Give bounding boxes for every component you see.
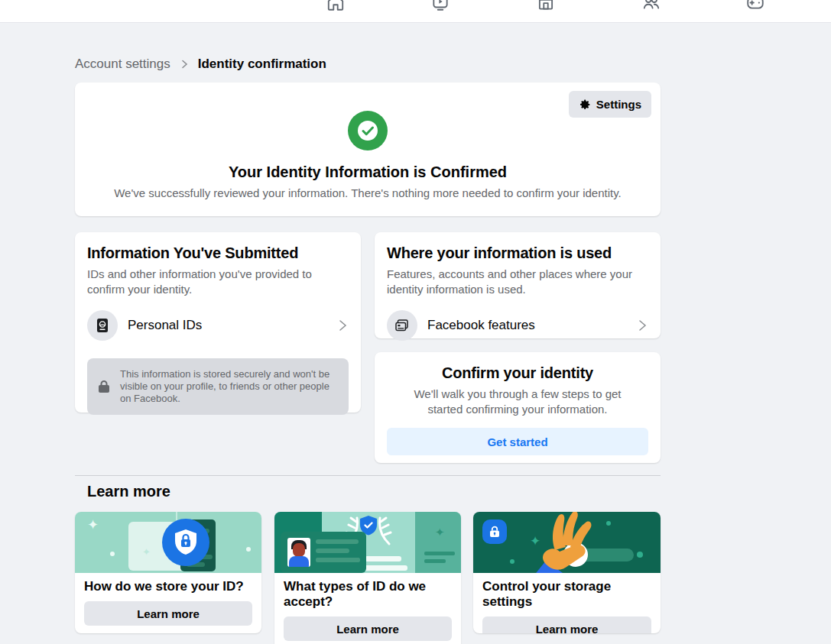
confirm-card-description: We'll walk you through a few steps to ge… — [403, 387, 632, 417]
hand-graphic — [515, 512, 607, 573]
breadcrumb-chevron-icon — [180, 60, 189, 69]
chevron-right-icon — [336, 319, 349, 332]
identity-confirmation-page: Account settings Identity confirmation S… — [0, 0, 831, 644]
confirmation-card: Settings Your Identity Information is Co… — [75, 83, 661, 216]
breadcrumb-account-settings[interactable]: Account settings — [75, 57, 170, 72]
home-icon[interactable] — [326, 0, 346, 12]
facebook-features-label: Facebook features — [427, 318, 636, 333]
privacy-note-box: This information is stored securely and … — [87, 358, 349, 415]
confirm-identity-card: Confirm your identity We'll walk you thr… — [375, 352, 661, 463]
privacy-note-text: This information is stored securely and … — [120, 368, 338, 405]
breadcrumb-identity-confirmation: Identity confirmation — [198, 57, 326, 72]
get-started-button[interactable]: Get started — [387, 428, 648, 455]
learn-more-button[interactable]: Learn more — [482, 616, 651, 633]
usage-card-description: Features, accounts and other places wher… — [387, 267, 648, 297]
personal-ids-icon — [87, 310, 118, 341]
facebook-features-icon — [387, 310, 417, 341]
confirmed-check-icon — [348, 111, 388, 150]
learn-more-button[interactable]: Learn more — [284, 616, 452, 641]
submitted-card-title: Information You've Submitted — [87, 244, 349, 262]
learn-more-card-title: What types of ID do we accept? — [284, 579, 452, 610]
groups-icon[interactable] — [641, 0, 661, 12]
chevron-right-icon — [636, 319, 648, 332]
submitted-info-card: Information You've Submitted IDs and oth… — [75, 232, 361, 413]
settings-button-label: Settings — [596, 98, 641, 111]
store-id-illustration: ✦ ✦ — [75, 512, 261, 573]
breadcrumb: Account settings Identity confirmation — [75, 57, 326, 72]
personal-ids-row[interactable]: Personal IDs — [87, 310, 349, 341]
confirmation-description: We've successfully reviewed your informa… — [98, 186, 638, 201]
confirmation-title: Your Identity Information is Confirmed — [87, 163, 648, 181]
confirm-card-title: Confirm your identity — [387, 364, 648, 382]
id-types-illustration: ✦ — [274, 512, 461, 573]
lock-badge-icon — [482, 519, 507, 544]
usage-info-card: Where your information is used Features,… — [375, 232, 661, 338]
settings-button[interactable]: Settings — [569, 91, 651, 118]
marketplace-icon[interactable] — [536, 0, 556, 12]
usage-card-title: Where your information is used — [387, 244, 648, 262]
lock-icon — [98, 380, 110, 393]
learn-more-button[interactable]: Learn more — [84, 601, 252, 626]
learn-more-card-storage-settings[interactable]: ✦ Control your storage settings Learn mo… — [473, 512, 661, 633]
watch-icon[interactable] — [430, 0, 450, 12]
gear-icon — [579, 99, 591, 111]
learn-more-card-title: Control your storage settings — [482, 579, 651, 610]
learn-more-card-title: How do we store your ID? — [84, 579, 252, 594]
personal-ids-label: Personal IDs — [128, 318, 336, 333]
learn-more-card-store-id[interactable]: ✦ ✦ How do we store your ID? Learn more — [75, 512, 261, 633]
gaming-icon[interactable] — [745, 0, 765, 12]
submitted-card-description: IDs and other information you've provide… — [87, 267, 349, 297]
facebook-features-row[interactable]: Facebook features — [387, 310, 648, 341]
shield-lock-icon — [162, 519, 209, 566]
learn-more-heading: Learn more — [87, 483, 170, 500]
learn-more-card-id-types[interactable]: ✦ What types of ID do we accept? Learn m… — [274, 512, 461, 644]
top-navigation-bar — [0, 0, 831, 23]
id-card-graphic — [281, 532, 366, 573]
storage-settings-illustration: ✦ — [473, 512, 661, 573]
section-divider — [75, 475, 661, 476]
